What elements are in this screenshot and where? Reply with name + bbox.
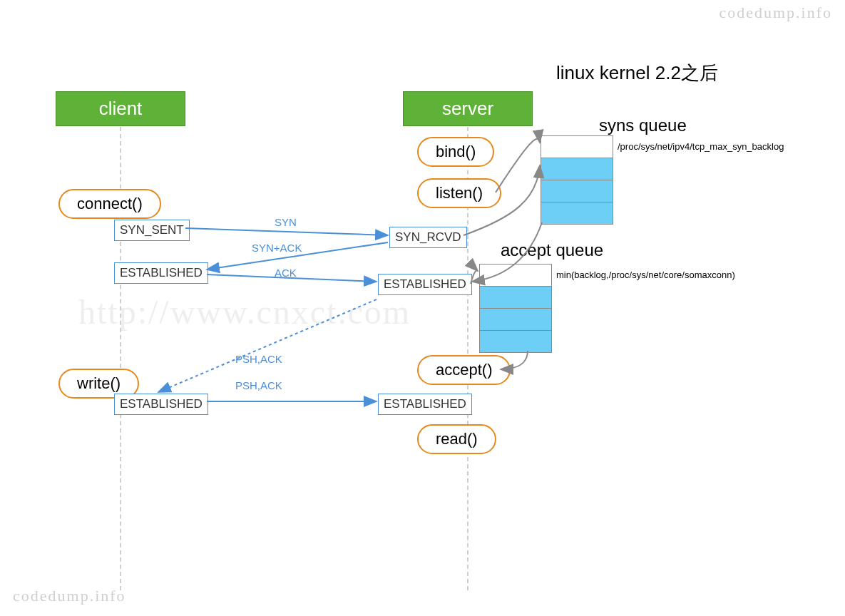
state-established-client-2: ESTABLISHED bbox=[114, 394, 208, 415]
watermark-bottom: codedump.info bbox=[13, 587, 126, 605]
state-syn-sent: SYN_SENT bbox=[114, 220, 190, 241]
syns-queue-title: syns queue bbox=[599, 115, 687, 135]
accept-queue-title: accept queue bbox=[501, 240, 603, 260]
accept-call: accept() bbox=[417, 355, 511, 385]
syns-queue bbox=[541, 135, 613, 225]
state-established-client-1: ESTABLISHED bbox=[114, 262, 208, 284]
syns-queue-path: /proc/sys/net/ipv4/tcp_max_syn_backlog bbox=[618, 141, 784, 152]
watermark-top: codedump.info bbox=[719, 4, 832, 22]
queue-row bbox=[541, 136, 613, 158]
msg-synack: SYN+ACK bbox=[252, 242, 302, 254]
queue-row bbox=[541, 202, 613, 224]
queue-row bbox=[480, 308, 551, 330]
msg-syn: SYN bbox=[275, 216, 297, 228]
listen-call: listen() bbox=[417, 178, 501, 208]
msg-pshack-2: PSH,ACK bbox=[235, 379, 282, 391]
server-header: server bbox=[403, 91, 533, 126]
client-header: client bbox=[56, 91, 185, 126]
state-established-server-1: ESTABLISHED bbox=[378, 274, 472, 295]
queue-row bbox=[480, 286, 551, 308]
diagram-title: linux kernel 2.2之后 bbox=[556, 61, 718, 86]
accept-queue-path: min(backlog,/proc/sys/net/core/somaxconn… bbox=[556, 270, 735, 280]
msg-pshack-1: PSH,ACK bbox=[235, 353, 282, 365]
queue-row bbox=[541, 180, 613, 202]
queue-row bbox=[480, 265, 551, 286]
msg-ack: ACK bbox=[275, 267, 297, 279]
read-call: read() bbox=[417, 424, 496, 454]
watermark-center: http://www.cnxct.com bbox=[78, 292, 411, 332]
state-established-server-2: ESTABLISHED bbox=[378, 394, 472, 415]
svg-line-0 bbox=[185, 228, 388, 235]
bind-call: bind() bbox=[417, 137, 494, 167]
state-syn-rcvd: SYN_RCVD bbox=[389, 227, 467, 248]
connect-call: connect() bbox=[58, 189, 161, 219]
accept-queue bbox=[479, 264, 552, 353]
queue-row bbox=[541, 158, 613, 180]
queue-row bbox=[480, 330, 551, 352]
